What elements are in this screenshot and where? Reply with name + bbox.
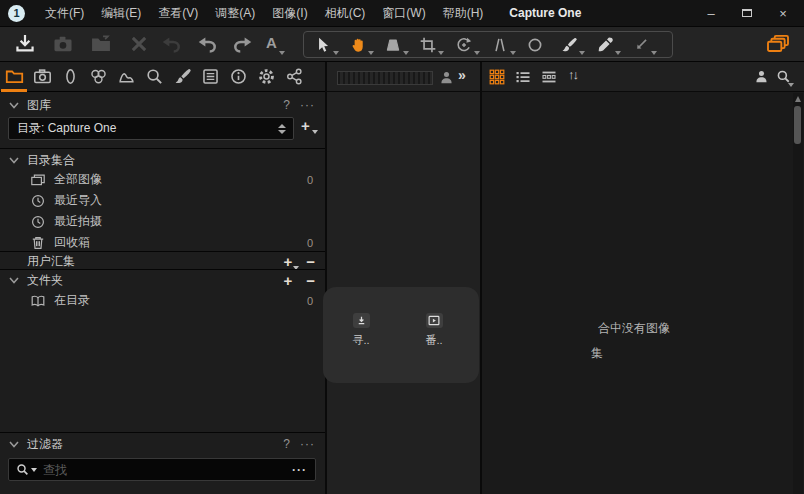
spot-tool[interactable] — [526, 36, 544, 54]
menu-window[interactable]: 窗口(W) — [382, 5, 425, 22]
redo-button[interactable] — [232, 33, 254, 55]
collection-row-recent-captures[interactable]: 最近拍摄 — [0, 211, 325, 232]
play-quick-button[interactable]: 番.. — [412, 313, 456, 348]
row-label: 最近导入 — [54, 192, 102, 209]
menu-edit[interactable]: 编辑(E) — [101, 5, 141, 22]
close-button[interactable]: × — [772, 4, 794, 22]
search-input[interactable] — [41, 462, 292, 478]
chevron-down-icon — [9, 277, 19, 284]
tab-library[interactable] — [0, 62, 28, 92]
menu-camera[interactable]: 相机(C) — [325, 5, 366, 22]
play-quick-label: 番.. — [425, 333, 442, 348]
empty-collection-text: 合中没有图像 — [598, 320, 670, 337]
tab-metadata[interactable] — [196, 62, 224, 92]
undo-alt-button[interactable] — [160, 33, 182, 55]
collection-row-recent-imports[interactable]: 最近导入 — [0, 190, 325, 211]
menu-file[interactable]: 文件(F) — [45, 5, 84, 22]
add-collection-button[interactable]: + — [283, 254, 292, 269]
select-tool[interactable] — [314, 36, 332, 54]
tab-workflow[interactable] — [280, 62, 308, 92]
apply-adjustments-tool[interactable] — [632, 36, 650, 54]
tool-tab-strip — [0, 62, 325, 92]
loupe-tool[interactable] — [384, 36, 402, 54]
annotations-button[interactable]: A — [266, 34, 277, 51]
app-logo-icon[interactable]: 1 — [8, 5, 25, 22]
menu-help[interactable]: 帮助(H) — [443, 5, 484, 22]
sort-button[interactable]: ↑↓ — [568, 67, 577, 82]
add-catalog-caret-icon — [312, 130, 318, 134]
collection-row-trash[interactable]: 回收箱 0 — [0, 232, 325, 253]
scrollbar-thumb[interactable] — [794, 106, 801, 144]
folders-title: 文件夹 — [27, 272, 63, 289]
window-controls: – × — [700, 4, 794, 22]
browser-scrollbar[interactable] — [793, 93, 803, 494]
tab-color[interactable] — [84, 62, 112, 92]
crop-tool[interactable] — [419, 36, 437, 54]
user-filter-icon[interactable] — [439, 70, 454, 85]
menu-image[interactable]: 图像(I) — [272, 5, 307, 22]
import-quick-label: 寻.. — [352, 333, 369, 348]
row-label: 最近拍摄 — [54, 213, 102, 230]
user-collections-title: 用户汇集 — [27, 253, 75, 270]
info-icon — [229, 67, 248, 86]
add-folder-button[interactable]: + — [283, 273, 292, 288]
row-label: 回收箱 — [54, 234, 90, 251]
tab-info[interactable] — [224, 62, 252, 92]
import-quick-button[interactable]: 寻.. — [339, 313, 383, 348]
rotate-tool[interactable] — [455, 36, 473, 54]
stepper-icon[interactable] — [278, 124, 286, 134]
cursor-tool-group — [303, 31, 673, 58]
user-icon[interactable] — [754, 69, 769, 84]
library-help-button[interactable]: ? — [283, 98, 290, 112]
tab-settings[interactable] — [252, 62, 280, 92]
browser-toggle-icon[interactable] — [766, 34, 790, 55]
delete-button[interactable] — [128, 33, 150, 55]
keystone-tool[interactable] — [491, 36, 509, 54]
library-more-button[interactable]: ··· — [300, 98, 315, 112]
play-icon — [426, 313, 443, 328]
maximize-button[interactable] — [736, 4, 758, 22]
open-session-button[interactable] — [90, 33, 112, 55]
browser-search-icon[interactable] — [776, 69, 791, 84]
collapse-toolbar-button[interactable]: » — [458, 67, 466, 83]
menu-items: 文件(F) 编辑(E) 查看(V) 调整(A) 图像(I) 相机(C) 窗口(W… — [45, 5, 483, 22]
pan-tool[interactable] — [349, 36, 367, 54]
folder-row-in-catalog[interactable]: 在目录 0 — [0, 290, 325, 311]
row-count: 0 — [307, 237, 313, 249]
thumbnail-size-slider[interactable] — [337, 71, 433, 85]
import-button[interactable] — [14, 33, 36, 55]
chevron-down-icon — [9, 157, 19, 164]
catalog-selector[interactable]: 目录: Capture One — [8, 117, 294, 140]
menu-adjustments[interactable]: 调整(A) — [215, 5, 255, 22]
trash-icon — [30, 235, 46, 251]
folders-header[interactable]: 文件夹 + − — [0, 271, 325, 289]
tab-exposure[interactable] — [112, 62, 140, 92]
chevron-down-icon[interactable] — [9, 102, 19, 109]
draw-mask-tool[interactable] — [560, 36, 578, 54]
search-icon[interactable] — [16, 463, 37, 476]
tab-adjustments[interactable] — [168, 62, 196, 92]
remove-collection-button[interactable]: − — [306, 254, 315, 269]
filmstrip-view-button[interactable] — [541, 69, 557, 85]
catalog-collections-header[interactable]: 目录集合 — [0, 151, 325, 169]
menu-view[interactable]: 查看(V) — [158, 5, 198, 22]
grid-view-button[interactable] — [489, 69, 505, 85]
tab-details[interactable] — [140, 62, 168, 92]
chevron-down-icon[interactable] — [9, 441, 19, 448]
search-options-button[interactable]: ··· — [292, 463, 307, 477]
filters-title: 过滤器 — [27, 436, 63, 453]
tab-lens[interactable] — [56, 62, 84, 92]
remove-folder-button[interactable]: − — [306, 273, 315, 288]
minimize-button[interactable]: – — [700, 4, 722, 22]
undo-button[interactable] — [196, 33, 218, 55]
filters-more-button[interactable]: ··· — [300, 437, 315, 451]
scroll-up-icon[interactable] — [795, 96, 801, 102]
tab-capture[interactable] — [28, 62, 56, 92]
list-view-button[interactable] — [515, 69, 531, 85]
filters-help-button[interactable]: ? — [283, 437, 290, 451]
pick-color-tool[interactable] — [596, 36, 614, 54]
viewer-header: » — [327, 62, 480, 92]
collection-row-all-images[interactable]: 全部图像 0 — [0, 169, 325, 190]
capture-button[interactable] — [52, 33, 74, 55]
add-catalog-button[interactable]: + — [301, 117, 310, 134]
